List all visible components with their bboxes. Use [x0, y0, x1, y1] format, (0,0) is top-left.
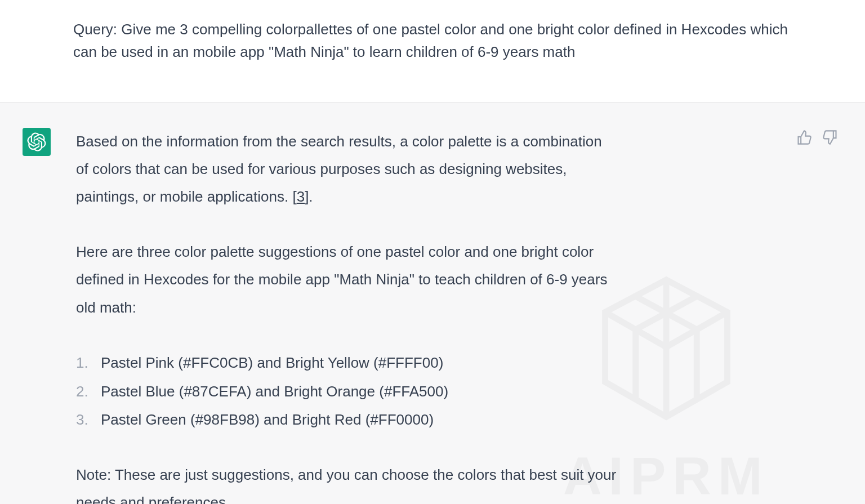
thumbs-up-icon[interactable] [796, 130, 812, 145]
list-item: Pastel Blue (#87CEFA) and Bright Orange … [76, 377, 617, 406]
assistant-message-section: Based on the information from the search… [0, 102, 865, 504]
user-message-section: Query: Give me 3 compelling colorpallett… [0, 0, 865, 102]
citation-link[interactable]: 3 [297, 188, 305, 205]
intro-text-2: ]. [305, 188, 313, 205]
list-item: Pastel Green (#98FB98) and Bright Red (#… [76, 405, 617, 434]
assistant-content: Based on the information from the search… [76, 128, 617, 504]
intro-text-1: Based on the information from the search… [76, 133, 602, 206]
feedback-controls [796, 130, 838, 145]
note-text: Note: These are just suggestions, and yo… [76, 461, 617, 504]
thumbs-down-icon[interactable] [822, 130, 838, 145]
palette-list: Pastel Pink (#FFC0CB) and Bright Yellow … [76, 349, 617, 434]
openai-icon [27, 132, 46, 151]
query-text: Give me 3 compelling colorpallettes of o… [73, 21, 788, 60]
assistant-intro: Based on the information from the search… [76, 128, 617, 211]
user-query: Query: Give me 3 compelling colorpallett… [73, 18, 792, 64]
query-label: Query: [73, 21, 121, 38]
assistant-avatar [23, 128, 51, 156]
list-item: Pastel Pink (#FFC0CB) and Bright Yellow … [76, 349, 617, 377]
suggestions-intro: Here are three color palette suggestions… [76, 238, 617, 322]
